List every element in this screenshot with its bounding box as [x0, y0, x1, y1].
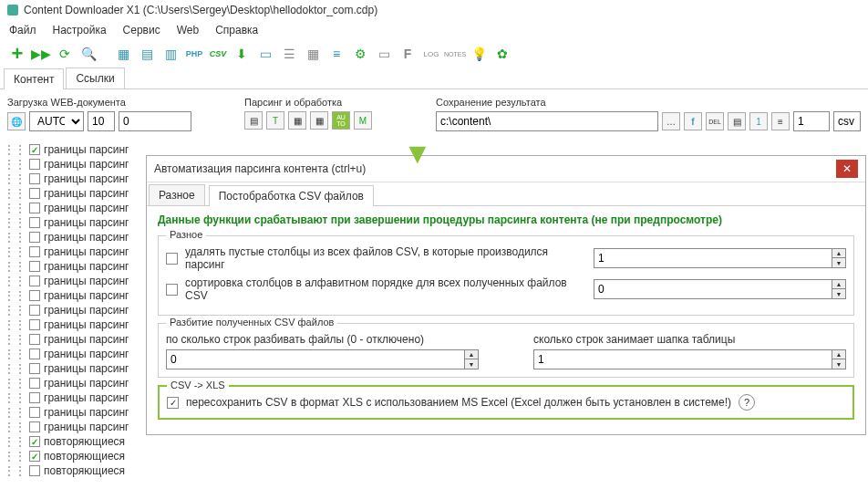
- menu-help[interactable]: Справка: [215, 24, 258, 36]
- url-icon[interactable]: ▭: [255, 44, 275, 64]
- parse-btn-m[interactable]: M: [354, 111, 372, 130]
- tree-item[interactable]: ⋮⋮повторяющиеся: [4, 463, 142, 478]
- tree-item[interactable]: ⋮⋮границы парсинг: [4, 274, 142, 288]
- tree-item[interactable]: ⋮⋮границы парсинг: [4, 288, 142, 303]
- parse-btn-auto[interactable]: AUTO: [332, 111, 350, 130]
- tree-checkbox[interactable]: [29, 290, 40, 301]
- tree-checkbox[interactable]: [29, 232, 40, 243]
- tree-item[interactable]: ⋮⋮границы парсинг: [4, 332, 142, 347]
- php-icon[interactable]: PHP: [184, 44, 204, 64]
- menu-web[interactable]: Web: [177, 24, 199, 36]
- tree-item[interactable]: ⋮⋮повторяющиеся: [4, 449, 142, 463]
- tree-checkbox[interactable]: [29, 334, 40, 345]
- tree-item[interactable]: ⋮⋮границы парсинг: [4, 201, 142, 215]
- misc-opt2-checkbox[interactable]: [166, 284, 178, 296]
- load-mode-select[interactable]: AUTO: [29, 111, 84, 131]
- tree-checkbox[interactable]: [29, 392, 40, 403]
- f-icon[interactable]: F: [398, 44, 418, 64]
- tree-checkbox[interactable]: [29, 276, 40, 286]
- misc-val1-input[interactable]: [594, 248, 832, 268]
- spin-down[interactable]: ▼: [832, 359, 845, 369]
- tree-item[interactable]: ⋮⋮границы парсинг: [4, 390, 142, 405]
- tree-checkbox[interactable]: [29, 173, 40, 184]
- tree-item[interactable]: ⋮⋮границы парсинг: [4, 230, 142, 244]
- tree-item[interactable]: ⋮⋮границы парсинг: [4, 317, 142, 332]
- download-icon[interactable]: ⬇: [232, 44, 252, 64]
- save-doc-icon[interactable]: ▤: [728, 112, 746, 130]
- load-val1-input[interactable]: [88, 111, 115, 131]
- tree-checkbox[interactable]: [29, 246, 40, 257]
- spin-up[interactable]: ▲: [832, 249, 845, 258]
- globe-icon[interactable]: 🌐: [7, 112, 26, 130]
- tree-item[interactable]: ⋮⋮границы парсинг: [4, 142, 142, 157]
- tree-checkbox[interactable]: [29, 319, 40, 330]
- menu-settings[interactable]: Настройка: [53, 24, 107, 36]
- menu-service[interactable]: Сервис: [123, 24, 160, 36]
- save-f-icon[interactable]: f: [684, 112, 702, 130]
- tree-item[interactable]: ⋮⋮границы парсинг: [4, 303, 142, 317]
- dialog-tab-misc[interactable]: Разное: [149, 184, 205, 205]
- tool1-icon[interactable]: ▭: [374, 44, 394, 64]
- csv-icon[interactable]: CSV: [208, 44, 228, 64]
- tree-checkbox[interactable]: [29, 421, 40, 432]
- parse-btn1[interactable]: ▤: [244, 111, 263, 130]
- doc3-icon[interactable]: ▥: [160, 44, 181, 64]
- bulb-icon[interactable]: 💡: [469, 44, 489, 64]
- notes-icon[interactable]: NOTES: [445, 44, 465, 64]
- tree-checkbox[interactable]: [29, 363, 40, 374]
- dialog-tab-csv[interactable]: Постобработка CSV файлов: [209, 185, 374, 206]
- refresh-icon[interactable]: ⟳: [55, 44, 75, 64]
- parse-btn-t[interactable]: T: [266, 111, 284, 130]
- split-val2-input[interactable]: [533, 349, 832, 369]
- help-icon[interactable]: ?: [739, 394, 755, 411]
- spin-up[interactable]: ▲: [832, 350, 845, 359]
- tab-links[interactable]: Ссылки: [66, 68, 124, 88]
- add-icon[interactable]: +: [7, 44, 27, 64]
- menu-file[interactable]: Файл: [9, 24, 36, 36]
- tree-checkbox[interactable]: [29, 378, 40, 389]
- tree-checkbox[interactable]: [29, 451, 40, 462]
- tree-checkbox[interactable]: [29, 217, 40, 228]
- tree-checkbox[interactable]: [29, 188, 40, 199]
- tree-item[interactable]: ⋮⋮границы парсинг: [4, 186, 142, 201]
- doc1-icon[interactable]: ▦: [113, 44, 133, 64]
- tree-checkbox[interactable]: [29, 305, 40, 316]
- misc-val2-input[interactable]: [594, 279, 832, 299]
- save-del-icon[interactable]: DEL: [706, 112, 724, 130]
- list-icon[interactable]: ☰: [279, 44, 299, 64]
- tree-item[interactable]: ⋮⋮границы парсинг: [4, 172, 142, 186]
- tree-item[interactable]: ⋮⋮границы парсинг: [4, 420, 142, 434]
- tree-item[interactable]: ⋮⋮повторяющиеся: [4, 434, 142, 449]
- spin-up[interactable]: ▲: [465, 350, 478, 359]
- parse-btn3[interactable]: ▦: [310, 111, 328, 130]
- brain-icon[interactable]: ✿: [492, 44, 512, 64]
- lines-icon[interactable]: ≡: [326, 44, 346, 64]
- parse-btn2[interactable]: ▦: [288, 111, 306, 130]
- tree-checkbox[interactable]: [29, 349, 40, 359]
- spin-down[interactable]: ▼: [465, 359, 478, 369]
- tree-item[interactable]: ⋮⋮границы парсинг: [4, 259, 142, 274]
- tab-content[interactable]: Контент: [4, 68, 64, 89]
- xls-checkbox[interactable]: [167, 397, 179, 409]
- search-icon[interactable]: 🔍: [78, 44, 98, 64]
- tree-checkbox[interactable]: [29, 436, 40, 447]
- grid-icon[interactable]: ▦: [303, 44, 323, 64]
- tree-item[interactable]: ⋮⋮границы парсинг: [4, 157, 142, 172]
- misc-opt1-checkbox[interactable]: [166, 253, 178, 265]
- tree-checkbox[interactable]: [29, 203, 40, 213]
- tree-item[interactable]: ⋮⋮границы парсинг: [4, 347, 142, 361]
- close-button[interactable]: ✕: [836, 160, 858, 178]
- tree-checkbox[interactable]: [29, 407, 40, 418]
- play-icon[interactable]: ▶▶: [31, 44, 51, 64]
- tree-item[interactable]: ⋮⋮границы парсинг: [4, 244, 142, 259]
- split-val1-input[interactable]: [166, 349, 465, 369]
- save-lines-icon[interactable]: ≡: [771, 112, 790, 130]
- save-1-icon[interactable]: 1: [749, 112, 768, 130]
- tree-checkbox[interactable]: [29, 144, 40, 155]
- load-val2-input[interactable]: [119, 111, 191, 131]
- save-ext-input[interactable]: [833, 111, 861, 131]
- doc2-icon[interactable]: ▤: [137, 44, 157, 64]
- tree-item[interactable]: ⋮⋮границы парсинг: [4, 405, 142, 420]
- spin-down[interactable]: ▼: [832, 289, 845, 298]
- tree-checkbox[interactable]: [29, 465, 40, 476]
